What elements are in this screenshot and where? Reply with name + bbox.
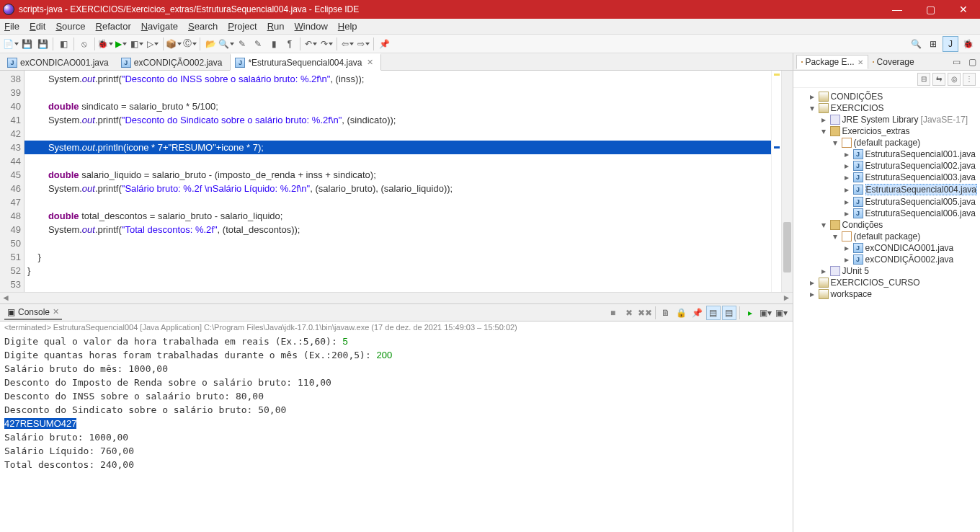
tree-item[interactable]: ▸JEstruturaSequencial003.java: [842, 172, 977, 183]
menu-refactor[interactable]: Refactor: [96, 21, 131, 32]
menu-search[interactable]: Search: [188, 21, 218, 32]
view-menu-button[interactable]: ⋮: [963, 73, 976, 86]
open-console-button[interactable]: ▣▾: [759, 306, 773, 320]
remove-all-button[interactable]: ✖✖: [638, 306, 652, 320]
editor-tab[interactable]: J*EstruturaSequencial004.java✕: [230, 53, 380, 71]
debug-button[interactable]: 🐞: [99, 37, 112, 50]
tree-item[interactable]: ▸JRE System Library [JavaSE-17]: [819, 114, 977, 125]
toggle-whitespace-button[interactable]: ¶: [283, 37, 296, 50]
remove-launch-button[interactable]: ✖: [622, 306, 636, 320]
tree-item[interactable]: ▸CONDIÇÕES: [808, 91, 977, 102]
display-button[interactable]: ▸: [743, 306, 757, 320]
tree-item[interactable]: ▾EXERCICIOS: [808, 102, 977, 114]
twisty-icon[interactable]: ▸: [842, 185, 851, 195]
coverage-run-button[interactable]: ◧: [130, 37, 143, 50]
new-console-button[interactable]: ▣▾: [775, 306, 789, 320]
menu-help[interactable]: Help: [338, 21, 357, 32]
tree-item[interactable]: ▸EXERCICIOS_CURSO: [808, 277, 977, 288]
new-button[interactable]: 📄: [4, 37, 17, 50]
forward-button[interactable]: ⇨: [357, 37, 370, 50]
view-tab[interactable]: Coverage: [868, 56, 919, 68]
tree-item[interactable]: ▾Condições: [819, 219, 977, 231]
console-output[interactable]: Digite qual o valor da hora trabalhada e…: [0, 333, 793, 532]
debug-perspective-button[interactable]: 🐞: [960, 36, 976, 52]
new-package-button[interactable]: 📦: [167, 37, 180, 50]
menu-edit[interactable]: Edit: [30, 21, 45, 32]
pin-console-button[interactable]: 📌: [690, 306, 705, 320]
twisty-icon[interactable]: ▸: [842, 149, 851, 159]
menu-run[interactable]: Run: [267, 21, 285, 32]
new-class-button[interactable]: Ⓒ: [183, 37, 196, 50]
twisty-icon[interactable]: ▾: [819, 220, 828, 230]
twisty-icon[interactable]: ▸: [842, 197, 851, 207]
editor-scrollbar-vertical[interactable]: [781, 71, 793, 292]
terminate-button[interactable]: ■: [606, 306, 620, 320]
twisty-icon[interactable]: ▸: [842, 254, 851, 265]
tree-item[interactable]: ▸JEstruturaSequencial004.java: [842, 183, 977, 196]
view-tab[interactable]: Package E...✕: [796, 55, 868, 69]
maximize-view-button[interactable]: ▢: [965, 55, 979, 69]
twisty-icon[interactable]: ▸: [819, 115, 828, 125]
twisty-icon[interactable]: ▸: [808, 278, 816, 288]
link-editor-button[interactable]: ⇆: [932, 73, 945, 86]
overview-ruler[interactable]: [771, 71, 781, 292]
toggle-block-button[interactable]: ▮: [267, 37, 280, 50]
twisty-icon[interactable]: ▸: [808, 289, 816, 299]
console-tab[interactable]: ▣ Console ✕: [4, 306, 62, 320]
tree-item[interactable]: ▸JUnit 5: [819, 265, 977, 277]
focus-task-button[interactable]: ◎: [948, 73, 961, 86]
tree-item[interactable]: ▾Exercicios_extras: [819, 125, 977, 137]
tree-item[interactable]: ▸JEstruturaSequencial006.java: [842, 208, 977, 219]
tree-item[interactable]: ▸JEstruturaSequencial005.java: [842, 196, 977, 208]
show-on-err-button[interactable]: ▤: [722, 306, 736, 320]
save-all-button[interactable]: 💾: [36, 37, 49, 50]
open-type-button[interactable]: 📂: [204, 37, 217, 50]
maximize-button[interactable]: ▢: [914, 0, 947, 19]
twisty-icon[interactable]: ▸: [842, 172, 851, 182]
menu-navigate[interactable]: Navigate: [141, 21, 178, 32]
prev-annotation-button[interactable]: ↶: [304, 37, 317, 50]
clear-console-button[interactable]: 🗎: [659, 306, 673, 320]
twisty-icon[interactable]: ▸: [842, 161, 851, 171]
java-perspective-button[interactable]: J: [943, 36, 958, 52]
twisty-icon[interactable]: ▸: [808, 92, 816, 102]
twisty-icon[interactable]: ▸: [842, 208, 851, 218]
tree-item[interactable]: ▾(default package): [831, 231, 977, 242]
minimize-button[interactable]: —: [881, 0, 914, 19]
tree-item[interactable]: ▾(default package): [831, 137, 977, 148]
twisty-icon[interactable]: ▾: [819, 126, 828, 136]
tree-item[interactable]: ▸JEstruturaSequencial001.java: [842, 148, 977, 160]
tree-item[interactable]: ▸workspace: [808, 288, 977, 300]
package-tree[interactable]: ▸CONDIÇÕES▾EXERCICIOS▸JRE System Library…: [793, 88, 980, 532]
scroll-lock-button[interactable]: 🔒: [674, 306, 689, 320]
close-button[interactable]: ✕: [947, 0, 980, 19]
twisty-icon[interactable]: ▸: [842, 243, 851, 253]
quick-access-button[interactable]: 🔍: [908, 36, 924, 52]
search-button[interactable]: 🔍: [220, 37, 233, 50]
code-editor[interactable]: System.out.printf("Desconto do INSS sobr…: [24, 71, 771, 292]
tree-item[interactable]: ▸JEstruturaSequencial002.java: [842, 160, 977, 172]
next-annotation-button[interactable]: ↷: [320, 37, 333, 50]
back-button[interactable]: ⇦: [341, 37, 354, 50]
close-icon[interactable]: ✕: [53, 307, 59, 316]
skip-breakpoints-button[interactable]: ⦸: [78, 37, 91, 50]
twisty-icon[interactable]: ▾: [831, 138, 839, 148]
editor-tab[interactable]: JexCONDIÇÃO002.java: [117, 53, 231, 70]
open-perspective-button[interactable]: ⊞: [925, 36, 941, 52]
close-icon[interactable]: ✕: [858, 58, 863, 66]
run-last-button[interactable]: ▷: [146, 37, 159, 50]
coverage-button[interactable]: ◧: [57, 37, 70, 50]
menu-window[interactable]: Window: [295, 21, 328, 32]
save-button[interactable]: 💾: [20, 37, 33, 50]
pin-editor-button[interactable]: 📌: [378, 37, 391, 50]
twisty-icon[interactable]: ▸: [819, 266, 828, 276]
tree-item[interactable]: ▸JexCONDICAO001.java: [842, 242, 977, 254]
editor-scrollbar-horizontal[interactable]: ◄►: [0, 292, 793, 303]
editor-tab[interactable]: JexCONDICAO001.java: [3, 53, 117, 70]
twisty-icon[interactable]: ▾: [831, 231, 839, 241]
show-on-out-button[interactable]: ▤: [706, 306, 721, 320]
minimize-view-button[interactable]: ▭: [949, 55, 963, 69]
twisty-icon[interactable]: ▾: [808, 103, 816, 113]
close-icon[interactable]: ✕: [367, 58, 373, 67]
menu-source[interactable]: Source: [55, 21, 85, 32]
